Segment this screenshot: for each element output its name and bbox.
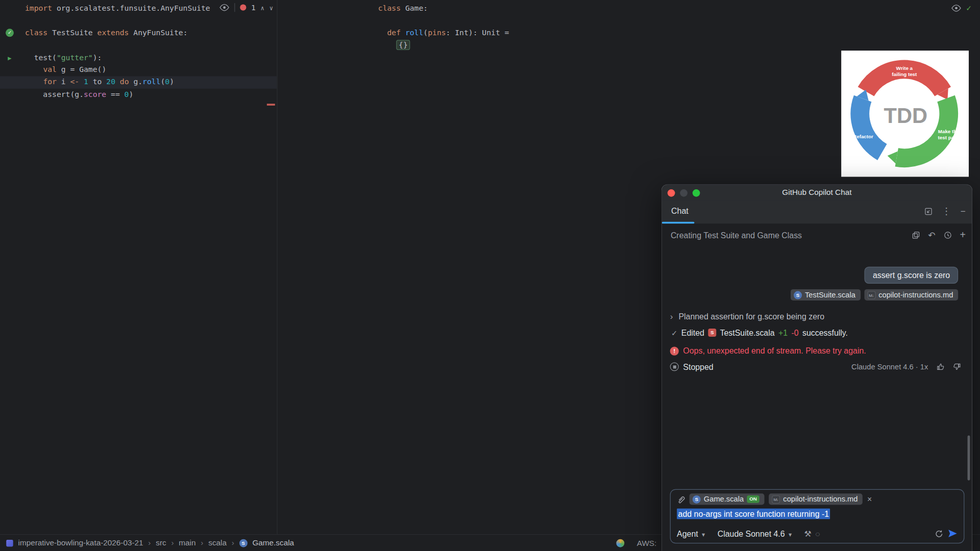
edited-label: Edited [681,328,704,337]
attachment-label: TestSuite.scala [805,290,855,299]
code-line[interactable]: val g = Game() [0,64,277,76]
code-line[interactable]: def roll(pins: Int): Unit = [378,27,980,39]
lines-added: +1 [778,328,788,337]
on-badge: ON [747,495,759,503]
hide-window-icon[interactable] [961,206,966,216]
breadcrumb-src[interactable]: src [156,539,166,547]
edited-file-name[interactable]: TestSuite.scala [720,328,775,337]
tdd-label-red-1: Write a [896,65,913,71]
check-icon [671,328,677,337]
message-attachments: TestSuite.scala copilot-instructions.md [791,289,958,300]
tdd-diagram-image: Write a failing test Make the test pass … [841,51,969,177]
traffic-light-minimize[interactable] [680,189,688,197]
ide-root: import org.scalatest.funsuite.AnyFunSuit… [0,0,980,551]
edited-suffix: successfully. [802,328,848,337]
code-line[interactable]: class Game: [378,3,980,15]
breadcrumb-file[interactable]: Game.scala [252,539,294,547]
traffic-light-zoom[interactable] [693,189,700,197]
markdown-file-icon [772,495,780,503]
error-text: Oops, unexpected end of stream. Please t… [683,346,866,355]
send-button[interactable] [947,529,958,539]
error-icon [670,346,679,355]
copilot-chat-window: GitHub Copilot Chat Chat Creating Test S… [662,184,973,551]
code-line[interactable]: for i <- 1 to 20 do g.roll(0) [0,77,277,89]
inspections-widget-right[interactable]: ✓ [951,3,971,12]
edited-file-row: Edited TestSuite.scala +1 -0 successfull… [671,328,848,337]
attachment-label: Game.scala [704,495,744,504]
retry-icon[interactable] [935,529,944,538]
window-title: GitHub Copilot Chat [662,185,972,201]
run-test-gutter-icon[interactable]: ▶ [6,54,14,62]
next-error-icon[interactable] [270,4,273,11]
service-status-icon[interactable] [616,539,624,547]
attachment-chip[interactable]: copilot-instructions.md [864,289,958,300]
prev-error-icon[interactable] [261,4,264,11]
thumbs-down-icon[interactable] [952,362,962,372]
breadcrumb-scala[interactable]: scala [208,539,227,547]
chat-scrollbar-thumb[interactable] [968,435,970,480]
copy-icon[interactable] [912,231,920,239]
code-line[interactable]: ▶ test("gutter"): [0,52,277,64]
inspections-widget-left[interactable]: 1 [219,3,273,12]
attachment-label: copilot-instructions.md [878,290,953,299]
tools-icon[interactable] [804,529,812,538]
chat-input-box[interactable]: Game.scala ON copilot-instructions.md ad… [670,489,965,544]
scala-file-icon [693,495,701,503]
divider [234,3,235,12]
error-stripe-mark[interactable] [267,104,275,106]
test-passed-gutter-icon[interactable]: ✓ [6,29,14,37]
model-usage: Claude Sonnet 4.6 · 1x [851,362,928,371]
tdd-label-green-1: Make the [938,129,960,134]
error-count: 1 [251,3,256,12]
error-message-row: Oops, unexpected end of stream. Please t… [670,346,866,355]
code-line[interactable] [378,15,980,27]
file-icon [708,329,716,337]
undo-icon[interactable] [928,230,935,240]
chevron-right-icon[interactable] [670,311,673,321]
chat-input-field[interactable]: add no-args int score function returning… [677,509,830,518]
attachment-chip[interactable]: Game.scala ON [690,493,765,505]
attachment-chip[interactable]: copilot-instructions.md [769,493,863,505]
project-icon[interactable] [6,539,13,546]
new-chat-icon[interactable] [960,231,965,239]
stop-icon[interactable] [670,362,679,371]
code-line[interactable] [0,15,277,27]
code-line[interactable] [0,39,277,52]
more-options-icon[interactable] [942,206,951,217]
code-line[interactable]: {} [378,39,980,52]
aws-label[interactable]: AWS: [637,539,657,547]
usage-circle-icon[interactable] [815,529,820,538]
scala-file-icon [239,539,248,547]
editor-left-pane[interactable]: import org.scalatest.funsuite.AnyFunSuit… [0,0,278,534]
preview-eye-icon[interactable] [951,4,962,12]
preview-eye-icon[interactable] [219,4,229,11]
breadcrumb-main[interactable]: main [179,539,195,547]
model-selector[interactable]: Claude Sonnet 4.6 [718,529,785,538]
attachment-chip[interactable]: TestSuite.scala [791,289,861,300]
breadcrumb-project[interactable]: imperative-bowling-kata-2026-03-21 [18,539,143,547]
traffic-light-close[interactable] [668,189,675,197]
collapsed-step-row[interactable]: Planned assertion for g.score being zero [670,311,825,321]
code-line[interactable]: assert(g.score == 0) [0,89,277,101]
chat-titlebar[interactable]: GitHub Copilot Chat [662,185,972,201]
attach-icon[interactable] [676,495,685,504]
thumbs-up-icon[interactable] [936,362,946,372]
selected-input-text[interactable]: add no-args int score function returning… [677,509,830,519]
mode-selector[interactable]: Agent [677,529,698,538]
open-in-editor-icon[interactable] [924,207,933,215]
error-badge-icon[interactable] [240,5,246,11]
scala-file-icon [794,291,802,299]
chevron-down-icon[interactable] [789,529,792,538]
tdd-center-label: TDD [884,104,928,128]
remove-attachment-icon[interactable] [867,494,872,504]
breadcrumb-separator: › [171,539,174,547]
history-icon[interactable] [944,231,952,239]
tdd-label-blue: Refactor [853,134,873,139]
right-code-block: class Game: def roll(pins: Int): Unit = … [378,3,980,52]
input-attachments: Game.scala ON copilot-instructions.md [676,493,959,505]
chevron-down-icon[interactable] [702,529,705,538]
breadcrumb-separator: › [201,539,203,547]
tab-chat[interactable]: Chat [671,206,689,215]
code-line[interactable]: ✓class TestSuite extends AnyFunSuite: [0,27,277,39]
left-code-block: import org.scalatest.funsuite.AnyFunSuit… [0,3,277,101]
